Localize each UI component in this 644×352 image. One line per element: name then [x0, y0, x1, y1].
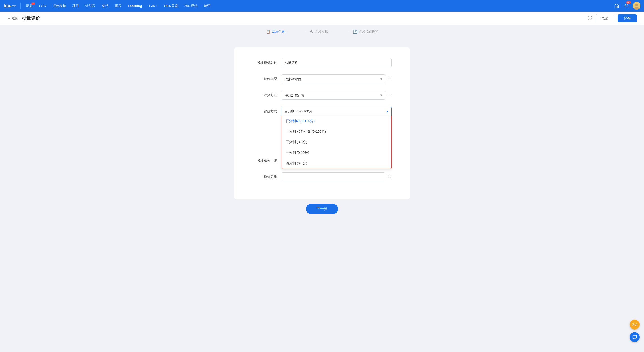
step-line-2: [332, 32, 350, 32]
clock-icon[interactable]: [588, 15, 592, 21]
step-basic[interactable]: 📋 基本信息: [266, 30, 285, 34]
step-line-1: [288, 32, 306, 32]
notification-btn[interactable]: 99+: [623, 2, 630, 10]
logo-text: tita: [4, 3, 10, 9]
scoring-help-icon[interactable]: [388, 93, 392, 98]
template-name-input[interactable]: [282, 58, 392, 67]
home-icon-btn[interactable]: [613, 2, 620, 10]
scoring-label: 计分方式: [252, 93, 277, 97]
nav-item-survey[interactable]: 调查: [201, 3, 213, 9]
eval-method-arrow-icon: ▲: [386, 110, 389, 113]
nav-item-1on1[interactable]: 1 on 1: [146, 3, 160, 9]
eval-method-dropdown: 百分制40 (0-100分) 十分制 - 0位小数 (0-100分) 五分制 (…: [282, 116, 392, 169]
navbar: tita●.com 动态 8 OKR 绩效考核 项目 计划表 总结 报表 Lea…: [0, 0, 644, 12]
template-name-row: 考核模板名称: [252, 58, 392, 67]
flow-step-icon: 🔄: [353, 30, 358, 34]
back-arrow-icon: ←: [7, 17, 11, 21]
main-content: 考核模板名称 评价类型 按指标评价 综合评价 ▼: [0, 39, 644, 352]
nav-item-performance[interactable]: 绩效考核: [50, 3, 69, 9]
dropdown-item-2[interactable]: 五分制 (0-5分): [282, 137, 391, 147]
scoring-select[interactable]: 评分加权计算 直接评分: [282, 91, 385, 100]
category-row: 模板分类: [252, 172, 392, 181]
step-flow-label: 考核流程设置: [359, 30, 378, 34]
step-bar: 📋 基本信息 ⏱ 考核指标 🔄 考核流程设置: [0, 25, 644, 39]
header-right: 取消 保存: [588, 14, 637, 23]
dropdown-item-1[interactable]: 十分制 - 0位小数 (0-100分): [282, 126, 391, 137]
nav-right: 99+: [613, 2, 640, 10]
dongtai-badge: 8: [32, 3, 35, 5]
metrics-step-icon: ⏱: [310, 30, 314, 34]
step-flow[interactable]: 🔄 考核流程设置: [353, 30, 378, 34]
user-avatar[interactable]: [633, 2, 640, 10]
new-version-float-btn[interactable]: 新版: [630, 320, 640, 329]
notif-badge: 99+: [626, 1, 631, 4]
category-help-icon[interactable]: [388, 174, 392, 179]
eval-type-label: 评价类型: [252, 77, 277, 81]
nav-item-okr[interactable]: OKR: [36, 3, 49, 9]
svg-rect-4: [388, 77, 391, 80]
logo[interactable]: tita●.com: [4, 3, 16, 9]
nav-item-plan[interactable]: 计划表: [83, 3, 98, 9]
eval-method-select-wrapper: 百分制40 (0-100分) ▲ 百分制40 (0-100分) 十分制 - 0位…: [282, 107, 392, 116]
eval-method-selected[interactable]: 百分制40 (0-100分) ▲: [282, 107, 392, 116]
eval-type-row: 评价类型 按指标评价 综合评价 ▼: [252, 74, 392, 83]
nav-item-report[interactable]: 报表: [112, 3, 124, 9]
form-card: 考核模板名称 评价类型 按指标评价 综合评价 ▼: [234, 48, 410, 199]
nav-divider: [20, 3, 21, 9]
dropdown-item-0[interactable]: 百分制40 (0-100分): [282, 116, 391, 126]
step-basic-label: 基本信息: [272, 30, 285, 34]
step-metrics-label: 考核指标: [315, 30, 328, 34]
back-button[interactable]: ← 返回: [7, 16, 18, 21]
back-label: 返回: [12, 16, 18, 21]
bottom-bar: 下一步: [0, 199, 644, 223]
nav-item-okr-review[interactable]: OKR复盘: [161, 3, 181, 9]
svg-point-1: [635, 4, 638, 6]
page-header: ← 返回 批量评价 取消 保存: [0, 12, 644, 25]
eval-type-select-wrapper: 按指标评价 综合评价 ▼: [282, 74, 385, 83]
nav-item-360[interactable]: 360 评估: [182, 3, 200, 9]
eval-method-row: 评价方式 百分制40 (0-100分) ▲ 百分制40 (0-100分) 十分制…: [252, 107, 392, 116]
save-button[interactable]: 保存: [618, 15, 637, 22]
nav-item-summary[interactable]: 总结: [99, 3, 111, 9]
scoring-row: 计分方式 评分加权计算 直接评分 ▼: [252, 91, 392, 100]
nav-item-project[interactable]: 项目: [70, 3, 82, 9]
category-wrapper: [282, 172, 385, 181]
step-metrics[interactable]: ⏱ 考核指标: [310, 30, 328, 34]
category-input[interactable]: [282, 172, 385, 181]
nav-item-dongtai[interactable]: 动态 8: [23, 3, 36, 9]
basic-step-icon: 📋: [266, 30, 270, 34]
next-button[interactable]: 下一步: [306, 204, 338, 214]
eval-method-label: 评价方式: [252, 109, 277, 114]
cancel-button[interactable]: 取消: [596, 14, 614, 23]
scoring-select-wrapper: 评分加权计算 直接评分 ▼: [282, 91, 385, 100]
page-title: 批量评价: [22, 15, 40, 21]
dropdown-item-4[interactable]: 四分制 (0-4分): [282, 158, 391, 169]
score-limit-label: 考核总分上限: [252, 159, 277, 163]
svg-rect-7: [388, 93, 391, 96]
template-name-label: 考核模板名称: [252, 61, 277, 65]
eval-type-select[interactable]: 按指标评价 综合评价: [282, 74, 385, 83]
dropdown-item-3[interactable]: 十分制 (0-10分): [282, 147, 391, 158]
support-float-btn[interactable]: [630, 332, 640, 342]
category-label: 模板分类: [252, 175, 277, 179]
eval-type-help-icon[interactable]: [388, 76, 392, 81]
nav-item-learning[interactable]: Learning: [125, 3, 144, 9]
